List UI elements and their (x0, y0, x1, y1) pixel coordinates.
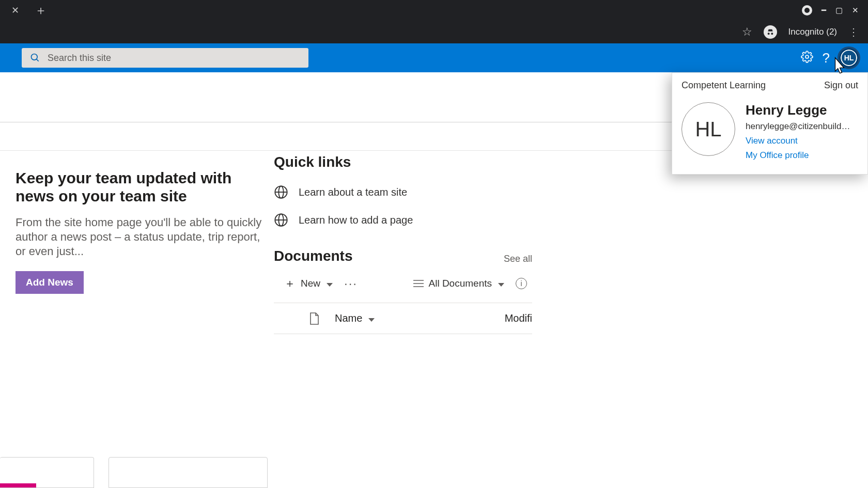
quick-link-item[interactable]: Learn about a team site (274, 185, 532, 199)
news-body-text: From the site home page you'll be able t… (16, 215, 264, 259)
bottom-cards (0, 457, 268, 488)
user-full-name: Henry Legge (746, 102, 854, 118)
quick-link-label: Learn about a team site (299, 186, 407, 198)
file-type-icon (309, 312, 319, 325)
browser-chrome: ✕ ＋ ━ ▢ ✕ ☆ Incognito (2) ⋮ (0, 0, 868, 43)
chevron-down-icon (367, 312, 375, 324)
chevron-down-icon (326, 278, 333, 289)
settings-gear-icon[interactable] (801, 51, 813, 65)
chevron-down-icon (497, 278, 504, 289)
view-account-link[interactable]: View account (746, 136, 854, 146)
documents-heading: Documents (274, 248, 352, 264)
more-actions-icon[interactable]: ··· (344, 276, 358, 291)
globe-icon (274, 213, 288, 227)
sign-out-link[interactable]: Sign out (824, 80, 858, 91)
quick-link-label: Learn how to add a page (299, 214, 413, 226)
add-news-button[interactable]: Add News (16, 271, 84, 294)
tab-row: ✕ ＋ ━ ▢ ✕ (0, 0, 868, 21)
news-heading: Keep your team updated with news on your… (16, 169, 264, 205)
list-view-icon (413, 279, 424, 288)
svg-point-0 (804, 8, 810, 13)
see-all-link[interactable]: See all (504, 254, 532, 264)
search-input[interactable]: Search this site (22, 48, 308, 68)
globe-icon (274, 185, 288, 199)
incognito-label[interactable]: Incognito (2) (788, 27, 838, 37)
card-placeholder[interactable] (0, 457, 94, 488)
search-icon (30, 53, 40, 63)
svg-point-3 (805, 55, 809, 58)
quick-link-item[interactable]: Learn how to add a page (274, 213, 532, 227)
bookmark-star-icon[interactable]: ☆ (742, 25, 752, 39)
search-placeholder: Search this site (48, 53, 111, 64)
address-row: ☆ Incognito (2) ⋮ (0, 21, 868, 43)
account-avatar-button[interactable]: HL (839, 48, 859, 68)
org-name: Competent Learning (681, 80, 766, 91)
browser-menu-icon[interactable]: ⋮ (848, 26, 859, 38)
close-tab-icon[interactable]: ✕ (11, 5, 19, 16)
account-avatar-large: HL (681, 102, 735, 156)
new-tab-icon[interactable]: ＋ (35, 2, 47, 19)
info-icon[interactable]: i (516, 278, 527, 289)
plus-icon: ＋ (284, 276, 296, 291)
minimize-icon[interactable]: ━ (822, 6, 826, 15)
card-placeholder[interactable] (109, 457, 268, 488)
view-switcher[interactable]: All Documents (413, 278, 505, 289)
column-name-header[interactable]: Name (335, 312, 375, 324)
account-shield-icon[interactable] (802, 5, 812, 15)
card-accent (0, 483, 36, 487)
svg-line-2 (37, 59, 39, 61)
news-section: Keep your team updated with news on your… (0, 151, 274, 334)
documents-table: Name Modifi (274, 303, 532, 334)
view-label: All Documents (429, 278, 492, 289)
sharepoint-header: Search this site ? HL (0, 43, 868, 72)
quick-links-heading: Quick links (274, 154, 532, 170)
table-header-row: Name Modifi (274, 303, 532, 334)
new-label: New (301, 278, 320, 289)
account-flyout: Competent Learning Sign out HL Henry Leg… (672, 72, 868, 175)
office-profile-link[interactable]: My Office profile (746, 150, 854, 161)
new-document-button[interactable]: ＋ New (284, 276, 333, 291)
svg-point-1 (32, 54, 38, 60)
close-window-icon[interactable]: ✕ (852, 6, 859, 15)
incognito-icon[interactable] (764, 25, 777, 39)
help-icon[interactable]: ? (823, 50, 830, 66)
documents-toolbar: ＋ New ··· All Documents i (274, 276, 532, 291)
maximize-icon[interactable]: ▢ (835, 6, 843, 15)
user-email: henrylegge@citizenbuilders.o... (746, 121, 854, 132)
column-modified-header[interactable]: Modifi (505, 312, 532, 324)
